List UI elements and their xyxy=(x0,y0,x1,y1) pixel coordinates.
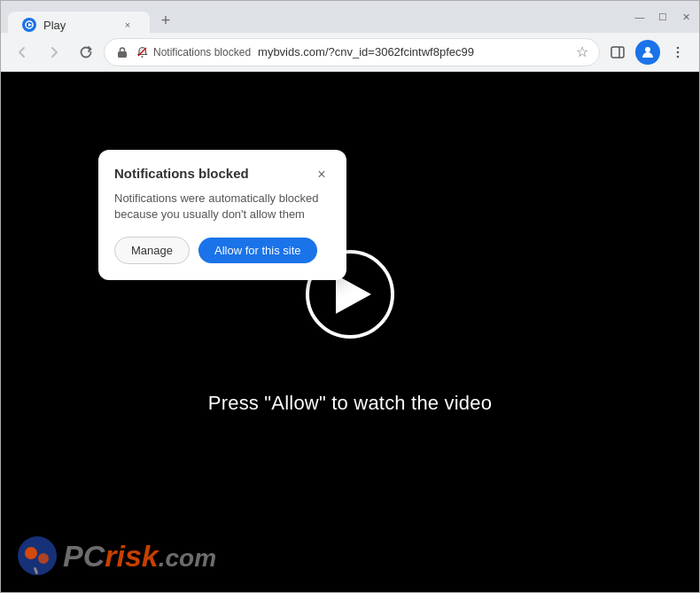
bookmark-icon[interactable]: ☆ xyxy=(576,43,588,60)
new-tab-button[interactable]: + xyxy=(153,8,178,33)
security-icon xyxy=(115,45,129,59)
watermark-text-container: PC risk .com xyxy=(63,539,216,573)
svg-rect-6 xyxy=(611,47,624,58)
play-icon xyxy=(336,275,371,314)
svg-point-14 xyxy=(38,553,49,564)
popup-actions: Manage Allow for this site xyxy=(114,237,331,264)
maximize-button[interactable]: ☐ xyxy=(657,11,669,23)
tab-favicon xyxy=(22,18,36,32)
title-bar-tabs: Play × + xyxy=(8,1,626,33)
nav-bar: Notifications blocked mybvids.com/?cnv_i… xyxy=(1,33,699,72)
notifications-blocked-text: Notifications blocked xyxy=(153,46,251,59)
active-tab[interactable]: Play × xyxy=(8,12,150,38)
title-bar: Play × + — ☐ ✕ xyxy=(1,1,699,33)
allow-button[interactable]: Allow for this site xyxy=(198,238,317,263)
popup-body: Notifications were automatically blocked… xyxy=(114,191,331,222)
browser-window: Play × + — ☐ ✕ xyxy=(0,0,700,593)
svg-rect-2 xyxy=(118,51,127,58)
address-bar[interactable]: Notifications blocked mybvids.com/?cnv_i… xyxy=(104,38,600,66)
profile-avatar xyxy=(635,40,660,65)
tab-title: Play xyxy=(43,19,113,32)
svg-point-12 xyxy=(18,536,57,575)
notifications-blocked-indicator[interactable]: Notifications blocked xyxy=(136,46,251,59)
svg-point-13 xyxy=(25,547,37,559)
reload-button[interactable] xyxy=(72,38,100,66)
svg-point-11 xyxy=(677,55,680,58)
popup-title: Notifications blocked xyxy=(114,166,249,181)
tab-close-button[interactable]: × xyxy=(120,17,136,33)
svg-point-5 xyxy=(142,56,144,58)
manage-button[interactable]: Manage xyxy=(114,237,190,264)
watermark-com: .com xyxy=(159,544,216,573)
svg-point-10 xyxy=(677,51,680,53)
video-prompt: Press "Allow" to watch the video xyxy=(208,392,492,415)
menu-button[interactable] xyxy=(664,38,692,66)
watermark-pc: PC xyxy=(63,539,105,573)
close-button[interactable]: ✕ xyxy=(680,11,692,23)
profile-button[interactable] xyxy=(634,38,662,66)
watermark-risk: risk xyxy=(105,539,159,573)
title-bar-controls: — ☐ ✕ xyxy=(634,11,692,23)
url-text: mybvids.com/?cnv_id=3062fcintwf8pfec99 xyxy=(258,45,474,59)
svg-point-8 xyxy=(645,47,650,52)
page-content: Press "Allow" to watch the video PC risk… xyxy=(1,72,699,592)
minimize-button[interactable]: — xyxy=(634,11,646,23)
watermark-icon xyxy=(15,534,59,578)
popup-close-button[interactable]: × xyxy=(313,166,331,183)
toolbar-icons xyxy=(603,38,692,66)
svg-point-9 xyxy=(677,46,680,49)
notification-popup: Notifications blocked × Notifications we… xyxy=(98,150,346,280)
svg-marker-1 xyxy=(28,23,32,27)
back-button[interactable] xyxy=(8,38,36,66)
watermark: PC risk .com xyxy=(15,534,216,578)
popup-header: Notifications blocked × xyxy=(114,166,331,183)
forward-button[interactable] xyxy=(40,38,68,66)
sidebar-toggle-icon[interactable] xyxy=(603,38,632,66)
